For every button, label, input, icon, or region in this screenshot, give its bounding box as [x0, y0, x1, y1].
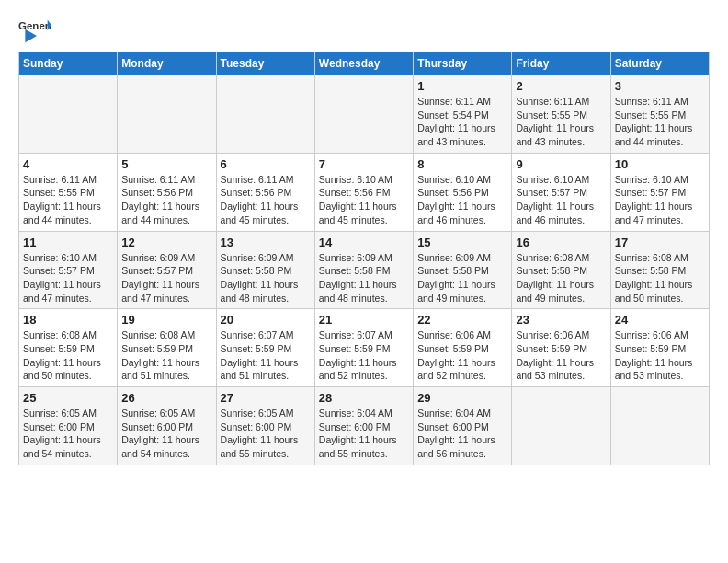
calendar-cell [118, 75, 216, 154]
calendar-cell: 18Sunrise: 6:08 AMSunset: 5:59 PMDayligh… [19, 309, 118, 387]
day-info: Sunrise: 6:11 AMSunset: 5:55 PMDaylight:… [23, 173, 113, 227]
day-number: 26 [121, 391, 211, 405]
day-number: 5 [121, 157, 211, 171]
calendar-cell: 19Sunrise: 6:08 AMSunset: 5:59 PMDayligh… [118, 309, 216, 387]
day-number: 27 [221, 391, 311, 405]
calendar-cell: 3Sunrise: 6:11 AMSunset: 5:55 PMDaylight… [610, 75, 709, 154]
day-number: 15 [417, 236, 507, 249]
calendar-cell [314, 75, 413, 154]
day-info: Sunrise: 6:10 AMSunset: 5:57 PMDaylight:… [615, 173, 705, 227]
day-header-wednesday: Wednesday [314, 52, 413, 75]
day-number: 13 [221, 236, 311, 249]
day-info: Sunrise: 6:09 AMSunset: 5:58 PMDaylight:… [319, 251, 409, 305]
day-header-tuesday: Tuesday [216, 52, 314, 75]
day-number: 11 [23, 236, 113, 249]
calendar-cell: 22Sunrise: 6:06 AMSunset: 5:59 PMDayligh… [414, 309, 512, 387]
calendar-cell: 25Sunrise: 6:05 AMSunset: 6:00 PMDayligh… [19, 387, 118, 465]
calendar-cell: 24Sunrise: 6:06 AMSunset: 5:59 PMDayligh… [610, 309, 709, 387]
day-number: 1 [417, 79, 507, 93]
day-info: Sunrise: 6:08 AMSunset: 5:58 PMDaylight:… [516, 251, 606, 305]
day-number: 16 [516, 236, 606, 249]
day-info: Sunrise: 6:08 AMSunset: 5:59 PMDaylight:… [23, 328, 113, 383]
day-number: 23 [516, 313, 606, 327]
day-number: 8 [417, 157, 507, 171]
day-number: 18 [23, 313, 113, 327]
calendar-week-3: 11Sunrise: 6:10 AMSunset: 5:57 PMDayligh… [19, 231, 710, 309]
day-number: 24 [615, 313, 705, 327]
calendar-week-5: 25Sunrise: 6:05 AMSunset: 6:00 PMDayligh… [19, 387, 710, 465]
calendar-cell: 15Sunrise: 6:09 AMSunset: 5:58 PMDayligh… [414, 231, 512, 309]
day-info: Sunrise: 6:07 AMSunset: 5:59 PMDaylight:… [221, 328, 311, 383]
day-header-thursday: Thursday [414, 52, 512, 75]
day-info: Sunrise: 6:05 AMSunset: 6:00 PMDaylight:… [23, 407, 113, 461]
day-number: 6 [221, 157, 311, 171]
day-number: 20 [221, 313, 311, 327]
calendar-cell: 2Sunrise: 6:11 AMSunset: 5:55 PMDaylight… [512, 75, 610, 154]
calendar-cell: 29Sunrise: 6:04 AMSunset: 6:00 PMDayligh… [414, 387, 512, 465]
day-info: Sunrise: 6:11 AMSunset: 5:56 PMDaylight:… [221, 173, 311, 227]
day-info: Sunrise: 6:06 AMSunset: 5:59 PMDaylight:… [516, 328, 606, 383]
calendar-cell: 27Sunrise: 6:05 AMSunset: 6:00 PMDayligh… [216, 387, 314, 465]
calendar-cell: 20Sunrise: 6:07 AMSunset: 5:59 PMDayligh… [216, 309, 314, 387]
day-number: 7 [319, 157, 409, 171]
day-info: Sunrise: 6:10 AMSunset: 5:56 PMDaylight:… [319, 173, 409, 227]
svg-marker-2 [25, 29, 37, 42]
day-number: 12 [121, 236, 211, 249]
calendar-cell: 17Sunrise: 6:08 AMSunset: 5:58 PMDayligh… [610, 231, 709, 309]
day-number: 14 [319, 236, 409, 249]
day-info: Sunrise: 6:11 AMSunset: 5:56 PMDaylight:… [121, 173, 211, 227]
day-header-monday: Monday [118, 52, 216, 75]
day-info: Sunrise: 6:05 AMSunset: 6:00 PMDaylight:… [221, 407, 311, 461]
calendar-cell [610, 387, 709, 465]
day-number: 17 [615, 236, 705, 249]
day-header-friday: Friday [512, 52, 610, 75]
calendar-cell: 21Sunrise: 6:07 AMSunset: 5:59 PMDayligh… [314, 309, 413, 387]
calendar-cell: 1Sunrise: 6:11 AMSunset: 5:54 PMDaylight… [414, 75, 512, 154]
day-info: Sunrise: 6:09 AMSunset: 5:58 PMDaylight:… [221, 251, 311, 305]
day-info: Sunrise: 6:11 AMSunset: 5:55 PMDaylight:… [516, 95, 606, 149]
calendar-week-2: 4Sunrise: 6:11 AMSunset: 5:55 PMDaylight… [19, 153, 710, 231]
calendar-cell: 14Sunrise: 6:09 AMSunset: 5:58 PMDayligh… [314, 231, 413, 309]
calendar-cell: 13Sunrise: 6:09 AMSunset: 5:58 PMDayligh… [216, 231, 314, 309]
logo: General [18, 18, 51, 46]
day-info: Sunrise: 6:04 AMSunset: 6:00 PMDaylight:… [417, 407, 507, 461]
calendar-cell: 4Sunrise: 6:11 AMSunset: 5:55 PMDaylight… [19, 153, 118, 231]
calendar-cell: 10Sunrise: 6:10 AMSunset: 5:57 PMDayligh… [610, 153, 709, 231]
day-info: Sunrise: 6:10 AMSunset: 5:56 PMDaylight:… [417, 173, 507, 227]
calendar-cell: 11Sunrise: 6:10 AMSunset: 5:57 PMDayligh… [19, 231, 118, 309]
calendar-cell: 26Sunrise: 6:05 AMSunset: 6:00 PMDayligh… [118, 387, 216, 465]
day-number: 25 [23, 391, 113, 405]
day-number: 2 [516, 79, 606, 93]
calendar-cell: 5Sunrise: 6:11 AMSunset: 5:56 PMDaylight… [118, 153, 216, 231]
day-info: Sunrise: 6:05 AMSunset: 6:00 PMDaylight:… [121, 407, 211, 461]
calendar-cell: 7Sunrise: 6:10 AMSunset: 5:56 PMDaylight… [314, 153, 413, 231]
calendar-cell [19, 75, 118, 154]
calendar-cell: 23Sunrise: 6:06 AMSunset: 5:59 PMDayligh… [512, 309, 610, 387]
day-info: Sunrise: 6:04 AMSunset: 6:00 PMDaylight:… [319, 407, 409, 461]
day-info: Sunrise: 6:09 AMSunset: 5:57 PMDaylight:… [121, 251, 211, 305]
day-info: Sunrise: 6:06 AMSunset: 5:59 PMDaylight:… [615, 328, 705, 383]
day-number: 28 [319, 391, 409, 405]
calendar-cell [512, 387, 610, 465]
calendar-cell: 28Sunrise: 6:04 AMSunset: 6:00 PMDayligh… [314, 387, 413, 465]
day-info: Sunrise: 6:07 AMSunset: 5:59 PMDaylight:… [319, 328, 409, 383]
day-number: 21 [319, 313, 409, 327]
day-number: 4 [23, 157, 113, 171]
day-number: 3 [615, 79, 705, 93]
day-header-saturday: Saturday [610, 52, 709, 75]
calendar-week-1: 1Sunrise: 6:11 AMSunset: 5:54 PMDaylight… [19, 75, 710, 154]
day-header-sunday: Sunday [19, 52, 118, 75]
day-number: 29 [417, 391, 507, 405]
calendar-table: SundayMondayTuesdayWednesdayThursdayFrid… [18, 52, 710, 465]
day-info: Sunrise: 6:10 AMSunset: 5:57 PMDaylight:… [23, 251, 113, 305]
calendar-cell: 9Sunrise: 6:10 AMSunset: 5:57 PMDaylight… [512, 153, 610, 231]
calendar-cell: 12Sunrise: 6:09 AMSunset: 5:57 PMDayligh… [118, 231, 216, 309]
day-number: 9 [516, 157, 606, 171]
calendar-cell: 8Sunrise: 6:10 AMSunset: 5:56 PMDaylight… [414, 153, 512, 231]
day-info: Sunrise: 6:11 AMSunset: 5:55 PMDaylight:… [615, 95, 705, 149]
day-number: 22 [417, 313, 507, 327]
day-info: Sunrise: 6:10 AMSunset: 5:57 PMDaylight:… [516, 173, 606, 227]
day-info: Sunrise: 6:08 AMSunset: 5:58 PMDaylight:… [615, 251, 705, 305]
calendar-cell: 6Sunrise: 6:11 AMSunset: 5:56 PMDaylight… [216, 153, 314, 231]
day-info: Sunrise: 6:06 AMSunset: 5:59 PMDaylight:… [417, 328, 507, 383]
